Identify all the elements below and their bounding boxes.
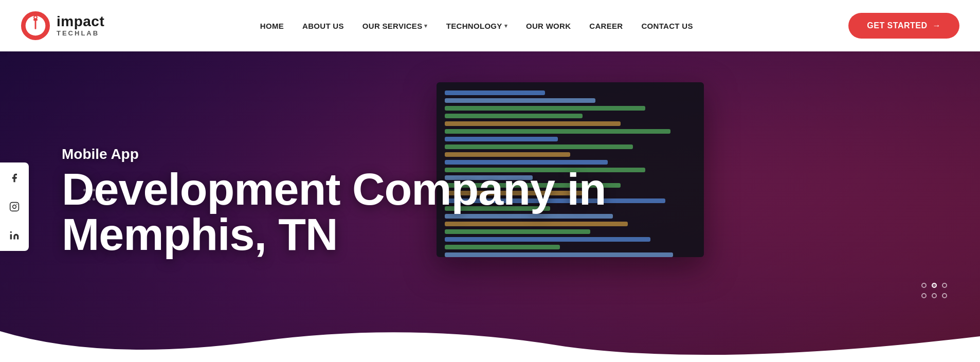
svg-rect-9 <box>10 234 12 240</box>
nav-item-services[interactable]: OUR SERVICES ▾ <box>362 22 428 30</box>
hero-title: Development Company in Memphis, TN <box>62 167 929 257</box>
nav-item-work[interactable]: OUR WORK <box>526 22 571 30</box>
nav-item-technology[interactable]: TECHNOLOGY ▾ <box>446 22 507 30</box>
hero-title-line2: Memphis, TN <box>62 209 338 260</box>
nav-item-about[interactable]: ABOUT US <box>302 22 344 30</box>
social-sidebar <box>0 162 29 251</box>
logo[interactable]: impact TECHLAB <box>21 11 104 41</box>
logo-text: impact TECHLAB <box>57 14 104 37</box>
svg-point-7 <box>13 205 16 209</box>
hero-title-line1: Development Company in <box>62 164 606 214</box>
nav-item-home[interactable]: HOME <box>260 22 284 30</box>
svg-point-10 <box>10 231 12 233</box>
hero-subtitle: Mobile App <box>62 146 929 162</box>
slide-dot-6[interactable] <box>942 293 947 298</box>
linkedin-icon[interactable] <box>5 226 24 245</box>
svg-rect-3 <box>35 20 37 29</box>
services-dropdown-arrow: ▾ <box>424 23 427 29</box>
svg-rect-6 <box>10 203 19 211</box>
get-started-button[interactable]: GET STARTED → <box>848 13 959 39</box>
svg-point-5 <box>34 16 37 19</box>
nav-item-career[interactable]: CAREER <box>589 22 623 30</box>
logo-icon <box>21 11 50 41</box>
technology-dropdown-arrow: ▾ <box>504 23 507 29</box>
slide-dot-4[interactable] <box>921 293 927 298</box>
svg-point-8 <box>16 204 17 205</box>
slide-dot-3[interactable] <box>942 283 947 288</box>
brand-name: impact <box>57 14 104 30</box>
slide-dot-5[interactable] <box>932 293 937 298</box>
slide-dot-1[interactable] <box>921 283 927 288</box>
facebook-icon[interactable] <box>5 169 24 187</box>
nav-item-contact[interactable]: CONTACT US <box>641 22 693 30</box>
main-nav: HOME ABOUT US OUR SERVICES ▾ TECHNOLOGY … <box>260 22 693 30</box>
brand-sub: TECHLAB <box>57 30 104 37</box>
header: impact TECHLAB HOME ABOUT US OUR SERVICE… <box>0 0 980 51</box>
hero-content: Mobile App Development Company in Memphi… <box>0 51 980 362</box>
instagram-icon[interactable] <box>5 197 24 216</box>
slide-dot-2[interactable] <box>932 283 937 288</box>
slide-indicators <box>921 283 949 300</box>
hero-section: Mobile App Development Company in Memphi… <box>0 51 980 362</box>
